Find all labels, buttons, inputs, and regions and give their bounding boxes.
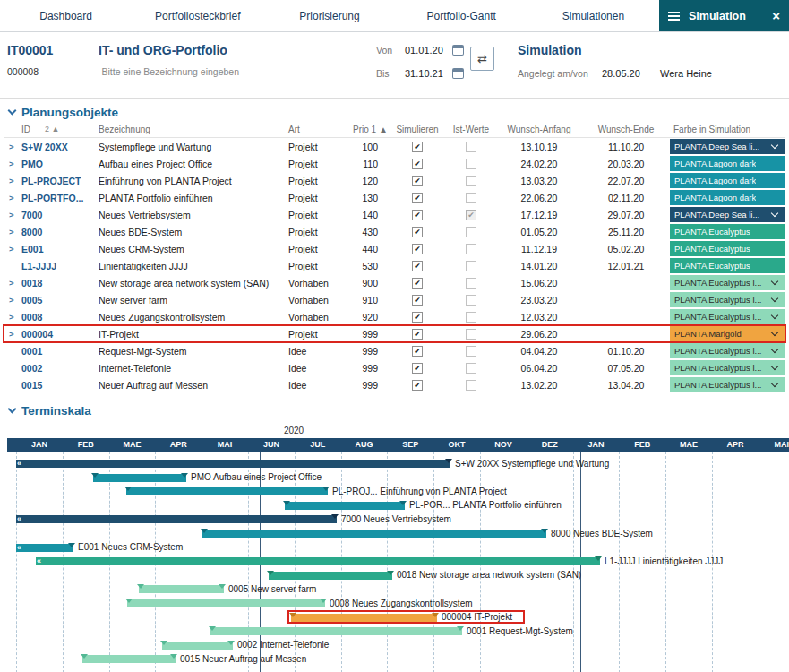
table-row-7000[interactable]: >7000Neues VertriebsystemProjekt140✔✔17.… bbox=[4, 206, 785, 223]
row-id[interactable]: PL-PROJECT bbox=[18, 176, 95, 186]
chevron-down-icon[interactable] bbox=[8, 106, 17, 115]
chevron-down-icon[interactable] bbox=[8, 404, 17, 413]
col-wunsch-anfang[interactable]: Wunsch-Anfang bbox=[496, 125, 582, 134]
row-id[interactable]: 0001 bbox=[18, 346, 95, 357]
color-dropdown[interactable]: PLANTA Deep Sea li... bbox=[670, 207, 785, 222]
row-id[interactable]: 8000 bbox=[18, 227, 95, 237]
row-expander-icon[interactable]: > bbox=[4, 142, 18, 151]
ist-werte-checkbox[interactable] bbox=[466, 312, 476, 323]
gantt-bar-7000[interactable]: « bbox=[16, 515, 337, 523]
gantt-bar-e001[interactable]: « bbox=[16, 544, 73, 552]
row-id[interactable]: 0005 bbox=[18, 295, 95, 306]
row-id[interactable]: L1-JJJJ bbox=[18, 261, 95, 271]
simulieren-checkbox[interactable]: ✔ bbox=[412, 244, 423, 254]
gantt-bar-s-w[interactable]: « bbox=[16, 460, 450, 468]
gantt-bar-0005[interactable] bbox=[139, 585, 224, 593]
refresh-dates-button[interactable]: ⇄ bbox=[470, 47, 494, 71]
color-dropdown[interactable]: PLANTA Eucalyptus bbox=[670, 241, 785, 256]
ist-werte-checkbox[interactable] bbox=[466, 159, 476, 169]
table-row-0015[interactable]: 0015Neuer Auftrag auf MessenIdee999✔13.0… bbox=[4, 376, 785, 393]
color-dropdown[interactable]: PLANTA Eucalyptus l... bbox=[670, 377, 785, 392]
simulieren-checkbox[interactable]: ✔ bbox=[412, 210, 423, 220]
nav-tab-portfolio-gantt[interactable]: Portfolio-Gantt bbox=[396, 0, 527, 31]
color-dropdown[interactable]: PLANTA Eucalyptus l... bbox=[670, 275, 785, 290]
gantt-bar-l1-jjjj[interactable]: « bbox=[36, 557, 600, 565]
color-dropdown[interactable]: PLANTA Deep Sea li... bbox=[670, 139, 785, 154]
color-dropdown[interactable]: PLANTA Eucalyptus l... bbox=[670, 292, 785, 307]
col-simulieren[interactable]: Simulieren bbox=[389, 125, 446, 134]
color-dropdown[interactable]: PLANTA Eucalyptus l... bbox=[670, 309, 785, 324]
row-id[interactable]: S+W 20XX bbox=[18, 142, 95, 152]
row-expander-icon[interactable]: > bbox=[4, 295, 18, 305]
col-id[interactable]: ID 2 ▲ bbox=[18, 125, 95, 134]
simulieren-checkbox[interactable]: ✔ bbox=[412, 261, 423, 271]
col-farbe[interactable]: Farbe in Simulation bbox=[670, 125, 785, 134]
von-date-field[interactable]: 01.01.20 bbox=[405, 45, 443, 56]
ist-werte-checkbox[interactable] bbox=[466, 380, 476, 391]
table-row-0005[interactable]: >0005New server farmVorhaben910✔23.03.20… bbox=[4, 291, 785, 308]
table-row-0018[interactable]: >0018New storage area network system (SA… bbox=[4, 274, 785, 291]
terminskala-section-header[interactable]: Terminskala bbox=[0, 397, 789, 420]
col-bezeichnung[interactable]: Bezeichnung bbox=[95, 125, 285, 134]
row-id[interactable]: PMO bbox=[18, 159, 95, 169]
row-expander-icon[interactable]: > bbox=[4, 176, 18, 185]
row-id[interactable]: 0008 bbox=[18, 312, 95, 323]
col-wunsch-ende[interactable]: Wunsch-Ende bbox=[582, 125, 670, 134]
simulieren-checkbox[interactable]: ✔ bbox=[412, 329, 423, 340]
simulieren-checkbox[interactable]: ✔ bbox=[412, 346, 423, 357]
bis-date-field[interactable]: 31.10.21 bbox=[405, 68, 443, 79]
nav-tab-portfoliosteckbrief[interactable]: Portfoliosteckbrief bbox=[132, 0, 263, 31]
gantt-bar-0008[interactable] bbox=[127, 599, 325, 607]
simulieren-checkbox[interactable]: ✔ bbox=[412, 176, 423, 186]
gantt-bar-pl-proj[interactable] bbox=[126, 487, 328, 495]
col-ist-werte[interactable]: Ist-Werte bbox=[446, 125, 496, 134]
color-dropdown[interactable]: PLANTA Eucalyptus l... bbox=[670, 343, 785, 358]
color-dropdown[interactable]: PLANTA Lagoon dark bbox=[670, 190, 785, 205]
row-expander-icon[interactable]: > bbox=[4, 227, 18, 237]
table-row-000004[interactable]: >000004IT-ProjektProjekt999✔29.06.20PLAN… bbox=[4, 325, 785, 342]
gantt-bar-0001[interactable] bbox=[210, 627, 462, 635]
simulieren-checkbox[interactable]: ✔ bbox=[412, 278, 423, 289]
gantt-bar-8000[interactable] bbox=[202, 530, 546, 538]
table-row-pmo[interactable]: >PMOAufbau eines Project OfficeProjekt11… bbox=[4, 155, 785, 172]
calendar-icon[interactable] bbox=[452, 68, 464, 79]
color-dropdown[interactable]: PLANTA Eucalyptus bbox=[670, 224, 785, 239]
portfolio-subtitle[interactable]: -Bitte eine Bezeichnung eingeben- bbox=[99, 66, 243, 77]
row-id[interactable]: 7000 bbox=[18, 210, 95, 220]
gantt-bar-0018[interactable] bbox=[269, 572, 392, 580]
table-row-s-w-20xx[interactable]: >S+W 20XXSystempflege und WartungProjekt… bbox=[4, 138, 785, 155]
calendar-icon[interactable] bbox=[452, 45, 464, 56]
table-row-e001[interactable]: >E001Neues CRM-SystemProjekt440✔11.12.19… bbox=[4, 240, 785, 257]
col-art[interactable]: Art bbox=[285, 125, 349, 134]
color-dropdown[interactable]: PLANTA Marigold bbox=[670, 326, 785, 341]
nav-tab-simulationen[interactable]: Simulationen bbox=[527, 0, 659, 31]
table-row-pl-portfo[interactable]: >PL-PORTFO...PLANTA Portfolio einführenP… bbox=[4, 189, 785, 206]
ist-werte-checkbox[interactable]: ✔ bbox=[466, 210, 476, 220]
row-id[interactable]: 0018 bbox=[18, 278, 95, 289]
simulieren-checkbox[interactable]: ✔ bbox=[412, 312, 423, 323]
ist-werte-checkbox[interactable] bbox=[466, 193, 476, 203]
color-dropdown[interactable]: PLANTA Lagoon dark bbox=[670, 173, 785, 188]
simulieren-checkbox[interactable]: ✔ bbox=[412, 142, 423, 152]
simulieren-checkbox[interactable]: ✔ bbox=[412, 227, 423, 237]
gantt-bar-0015[interactable] bbox=[82, 655, 176, 663]
row-expander-icon[interactable]: > bbox=[4, 159, 18, 168]
ist-werte-checkbox[interactable] bbox=[466, 227, 476, 237]
ist-werte-checkbox[interactable] bbox=[466, 329, 476, 340]
gantt-bar-pl-por[interactable] bbox=[285, 502, 405, 510]
row-expander-icon[interactable]: > bbox=[4, 312, 18, 322]
close-icon[interactable]: × bbox=[772, 9, 780, 22]
row-id[interactable]: 0015 bbox=[18, 380, 95, 391]
gantt-bar-000004[interactable] bbox=[291, 614, 437, 622]
ist-werte-checkbox[interactable] bbox=[466, 346, 476, 357]
row-id[interactable]: E001 bbox=[18, 244, 95, 254]
row-expander-icon[interactable]: > bbox=[4, 329, 18, 339]
planungsobjekte-section-header[interactable]: Planungsobjekte bbox=[0, 99, 789, 122]
simulieren-checkbox[interactable]: ✔ bbox=[412, 159, 423, 169]
gantt-bar-pmo[interactable] bbox=[93, 474, 186, 482]
row-id[interactable]: PL-PORTFO... bbox=[18, 193, 95, 203]
row-id[interactable]: 0002 bbox=[18, 363, 95, 374]
color-dropdown[interactable]: PLANTA Lagoon dark bbox=[670, 156, 785, 171]
simulieren-checkbox[interactable]: ✔ bbox=[412, 380, 423, 391]
simulieren-checkbox[interactable]: ✔ bbox=[412, 295, 423, 306]
